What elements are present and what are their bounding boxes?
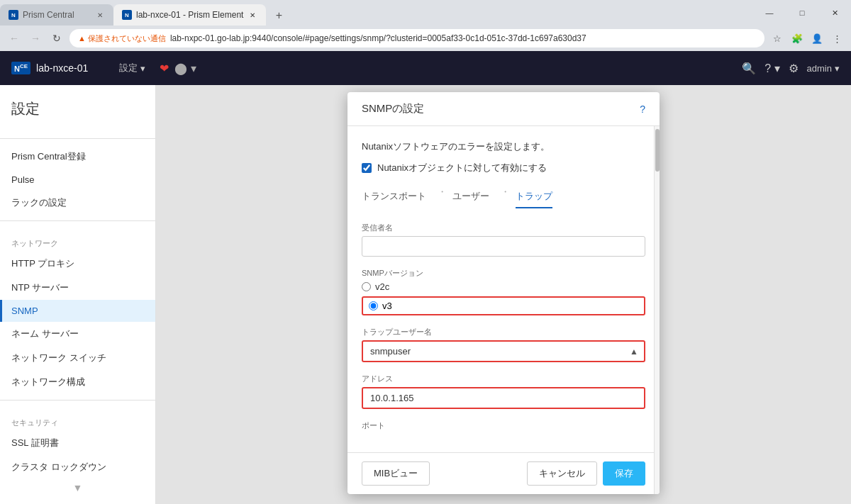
extensions-icon[interactable]: 🧩 <box>789 30 806 47</box>
admin-menu[interactable]: admin ▾ <box>807 63 840 74</box>
settings-icon[interactable]: ⚙ <box>789 62 799 75</box>
dialog-footer: MIBビュー キャンセル 保存 <box>347 452 660 494</box>
port-group: ポート <box>362 420 645 431</box>
tab-icon-prism-element: N <box>122 10 132 20</box>
sidebar-divider-1 <box>0 220 155 221</box>
browser-actions: ☆ 🧩 👤 ⋮ <box>769 30 845 47</box>
sidebar-item-snmp[interactable]: SNMP <box>0 300 155 322</box>
sidebar-item-network-switch[interactable]: ネットワーク スイッチ <box>0 346 155 370</box>
snmp-version-label: SNMPバージョン <box>362 268 645 279</box>
v2c-radio-row: v2c <box>362 281 645 292</box>
help-icon[interactable]: ? ▾ <box>764 62 779 75</box>
header-right: 🔍 ? ▾ ⚙ admin ▾ <box>742 62 840 75</box>
new-tab-button[interactable]: + <box>269 6 289 26</box>
enable-checkbox-label: Nutanixオブジェクトに対して有効にする <box>377 162 547 174</box>
url-display: lab-nxpc-01.go-lab.jp:9440/console/#page… <box>170 33 586 43</box>
bookmark-icon[interactable]: ☆ <box>769 30 786 47</box>
minimize-button[interactable]: — <box>753 2 786 23</box>
recipient-input[interactable] <box>362 236 645 257</box>
tab-title-prism-element: lab-nxce-01 - Prism Element <box>136 10 243 20</box>
dialog-help-icon[interactable]: ? <box>640 103 645 115</box>
snmp-version-radios: v2c v3 <box>362 281 645 315</box>
status-icons: ❤ ⬤ ▾ <box>160 62 196 75</box>
forward-button[interactable]: → <box>27 30 44 47</box>
dialog-title: SNMPの設定 <box>362 102 424 116</box>
tab-prism-central[interactable]: N Prism Central ✕ <box>0 4 113 26</box>
address-bar[interactable]: ▲ 保護されていない通信 lab-nxpc-01.go-lab.jp:9440/… <box>69 29 764 47</box>
tab-bar: N Prism Central ✕ N lab-nxce-01 - Prism … <box>0 0 289 26</box>
security-section-title: セキュリティ <box>0 406 155 431</box>
v3-radio[interactable] <box>369 301 378 310</box>
enable-checkbox[interactable] <box>362 163 372 173</box>
v2c-label: v2c <box>375 281 389 292</box>
sidebar-item-ssl[interactable]: SSL 証明書 <box>0 431 155 455</box>
scrollbar-thumb <box>655 129 660 172</box>
recipient-group: 受信者名 <box>362 223 645 257</box>
health-icon[interactable]: ❤ <box>160 62 169 75</box>
window-controls: — □ ✕ <box>753 2 851 23</box>
content-area: SNMPの設定 ? Nutanixソフトウェアのエラーを設定します。 Nutan… <box>156 85 851 504</box>
dialog-header: SNMPの設定 ? <box>347 92 660 126</box>
v3-radio-highlighted: v3 <box>362 296 645 315</box>
tab-user[interactable]: ユーザー <box>452 186 489 208</box>
status-circle-icon[interactable]: ⬤ ▾ <box>174 62 196 75</box>
tab-transport[interactable]: トランスポート <box>362 186 426 208</box>
trap-user-select-wrapper: snmpuser admin ▲ <box>362 340 645 362</box>
address-group: アドレス <box>362 374 645 409</box>
tab-title-prism-central: Prism Central <box>23 10 74 20</box>
address-bar-row: ← → ↻ ▲ 保護されていない通信 lab-nxpc-01.go-lab.jp… <box>0 26 851 51</box>
security-warning: ▲ 保護されていない通信 <box>78 33 166 44</box>
address-label: アドレス <box>362 374 645 384</box>
logo-box: NCE <box>11 62 30 74</box>
page-title: 設定 <box>0 85 155 133</box>
main-layout: 設定 Prism Central登録 Pulse ラックの設定 ネットワーク H… <box>0 85 851 504</box>
enable-checkbox-row: Nutanixオブジェクトに対して有効にする <box>362 162 645 174</box>
close-button[interactable]: ✕ <box>818 2 851 23</box>
network-section-title: ネットワーク <box>0 227 155 252</box>
profile-icon[interactable]: 👤 <box>808 30 825 47</box>
tab-icon-prism-central: N <box>9 10 18 20</box>
sidebar-item-pulse[interactable]: Pulse <box>0 169 155 191</box>
dialog-scrollbar[interactable] <box>654 126 660 494</box>
sidebar-item-rack[interactable]: ラックの設定 <box>0 191 155 215</box>
tab-trap[interactable]: トラップ <box>516 186 552 208</box>
trap-user-select[interactable]: snmpuser admin <box>362 340 645 362</box>
menu-icon[interactable]: ⋮ <box>828 30 845 47</box>
sidebar-item-nameserver[interactable]: ネーム サーバー <box>0 322 155 346</box>
recipient-label: 受信者名 <box>362 223 645 233</box>
browser-chrome: N Prism Central ✕ N lab-nxce-01 - Prism … <box>0 0 851 51</box>
v3-label: v3 <box>382 301 392 311</box>
sidebar-item-prism-central[interactable]: Prism Central登録 <box>0 145 155 169</box>
dialog-description: Nutanixソフトウェアのエラーを設定します。 <box>362 140 645 153</box>
save-button[interactable]: 保存 <box>603 461 645 486</box>
trap-user-label: トラップユーザー名 <box>362 327 645 337</box>
sidebar-item-lockdown[interactable]: クラスタ ロックダウン <box>0 455 155 479</box>
refresh-button[interactable]: ↻ <box>48 30 65 47</box>
sidebar-item-ntp[interactable]: NTP サーバー <box>0 276 155 300</box>
app-header: NCE lab-nxce-01 設定 ▾ ❤ ⬤ ▾ 🔍 ? ▾ ⚙ admin… <box>0 51 851 85</box>
sidebar-item-network-config[interactable]: ネットワーク構成 <box>0 370 155 394</box>
sidebar-divider-top <box>0 138 155 139</box>
mib-view-button[interactable]: MIBビュー <box>362 461 430 486</box>
sidebar: 設定 Prism Central登録 Pulse ラックの設定 ネットワーク H… <box>0 85 156 504</box>
dialog-tab-nav: トランスポート ・ ユーザー ・ トラップ <box>362 186 645 208</box>
sidebar-scroll-down[interactable]: ▼ <box>73 482 83 493</box>
sidebar-divider-2 <box>0 400 155 401</box>
snmp-dialog: SNMPの設定 ? Nutanixソフトウェアのエラーを設定します。 Nutan… <box>347 92 660 494</box>
nav-settings[interactable]: 設定 ▾ <box>111 62 154 74</box>
v2c-radio[interactable] <box>362 282 371 291</box>
trap-user-group: トラップユーザー名 snmpuser admin ▲ <box>362 327 645 362</box>
tab-prism-element[interactable]: N lab-nxce-01 - Prism Element ✕ <box>113 4 266 26</box>
maximize-button[interactable]: □ <box>786 2 818 23</box>
tab-close-prism-central[interactable]: ✕ <box>95 10 105 20</box>
tab-close-prism-element[interactable]: ✕ <box>247 10 257 20</box>
search-icon[interactable]: 🔍 <box>742 62 756 75</box>
cancel-button[interactable]: キャンセル <box>527 461 597 486</box>
port-label: ポート <box>362 420 645 431</box>
address-input[interactable] <box>362 387 645 409</box>
dialog-body: Nutanixソフトウェアのエラーを設定します。 Nutanixオブジェクトに対… <box>347 126 660 452</box>
back-button[interactable]: ← <box>6 30 23 47</box>
cluster-name: lab-nxce-01 <box>36 62 88 74</box>
snmp-version-group: SNMPバージョン v2c v3 <box>362 268 645 315</box>
sidebar-item-http-proxy[interactable]: HTTP プロキシ <box>0 252 155 276</box>
